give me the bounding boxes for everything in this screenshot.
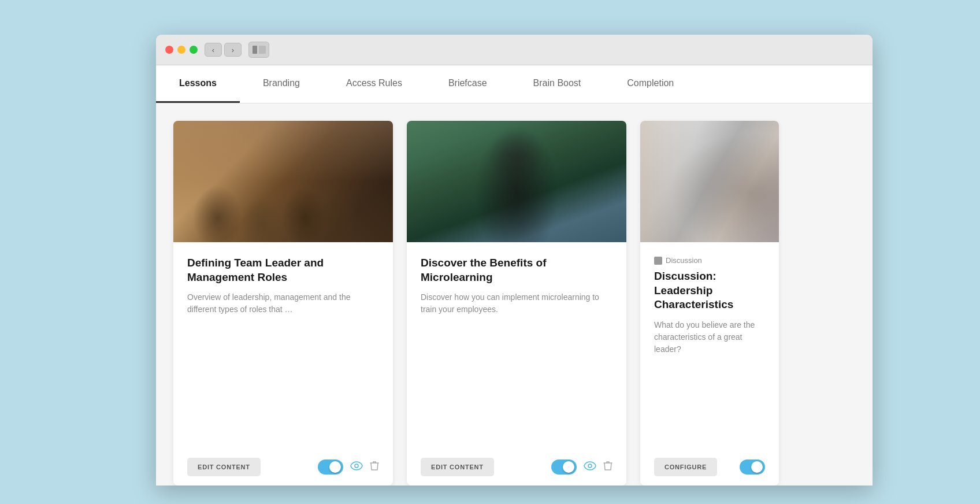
card-1-actions (318, 459, 379, 475)
tab-branding[interactable]: Branding (240, 65, 323, 103)
card-1-toggle[interactable] (318, 459, 343, 475)
card-2-description: Discover how you can implement microlear… (421, 291, 612, 437)
card-3-toggle-slider (740, 459, 765, 475)
card-1-body: Defining Team Leader and Management Role… (173, 242, 393, 449)
lesson-card-2: Discover the Benefits of Microlearning D… (407, 121, 626, 486)
card-1-footer: EDIT CONTENT (173, 449, 393, 486)
traffic-light-maximize[interactable] (190, 46, 198, 54)
lesson-card-3: Discussion Discussion: Leadership Charac… (640, 121, 779, 486)
card-2-delete-icon[interactable] (603, 461, 612, 473)
sidebar-toggle-button[interactable] (248, 42, 269, 58)
cards-area: Defining Team Leader and Management Role… (156, 103, 873, 486)
card-3-body: Discussion Discussion: Leadership Charac… (640, 242, 779, 449)
card-2-toggle-slider (551, 459, 577, 475)
card-2-image (407, 121, 626, 242)
card-3-actions (740, 459, 765, 475)
card-2-edit-button[interactable]: EDIT CONTENT (421, 458, 494, 476)
card-1-eye-icon[interactable] (350, 461, 363, 473)
traffic-lights (165, 46, 198, 54)
card-2-toggle[interactable] (551, 459, 577, 475)
tabs-bar: Lessons Branding Access Rules Briefcase … (156, 65, 873, 103)
sidebar-icon (253, 46, 266, 54)
card-2-title: Discover the Benefits of Microlearning (421, 256, 612, 284)
card-3-configure-button[interactable]: CONFIGURE (654, 458, 717, 476)
tab-lessons[interactable]: Lessons (156, 65, 240, 103)
forward-icon: › (232, 46, 234, 54)
card-1-toggle-slider (318, 459, 343, 475)
traffic-light-close[interactable] (165, 46, 173, 54)
card-1-title: Defining Team Leader and Management Role… (187, 256, 379, 284)
card-1-delete-icon[interactable] (370, 461, 379, 473)
card-1-edit-button[interactable]: EDIT CONTENT (187, 458, 261, 476)
card-2-actions (551, 459, 612, 475)
lesson-card-1: Defining Team Leader and Management Role… (173, 121, 393, 486)
nav-back-button[interactable]: ‹ (205, 43, 222, 57)
card-3-tag-label: Discussion (666, 256, 702, 265)
card-3-toggle[interactable] (740, 459, 765, 475)
tab-completion[interactable]: Completion (604, 65, 697, 103)
tab-briefcase[interactable]: Briefcase (425, 65, 510, 103)
tab-brain-boost[interactable]: Brain Boost (510, 65, 604, 103)
svg-point-1 (588, 464, 592, 468)
card-3-image (640, 121, 779, 242)
card-3-description: What do you believe are the characterist… (654, 319, 765, 437)
card-1-description: Overview of leadership, management and t… (187, 291, 379, 437)
discussion-icon (654, 257, 662, 265)
content-area: Lessons Branding Access Rules Briefcase … (156, 65, 873, 486)
svg-point-0 (355, 464, 358, 468)
card-3-tag: Discussion (654, 256, 765, 265)
card-2-eye-icon[interactable] (584, 461, 596, 473)
card-1-image (173, 121, 393, 242)
browser-chrome: ‹ › (156, 35, 873, 65)
tab-access-rules[interactable]: Access Rules (323, 65, 425, 103)
traffic-light-minimize[interactable] (177, 46, 185, 54)
nav-buttons: ‹ › (205, 43, 242, 57)
card-2-body: Discover the Benefits of Microlearning D… (407, 242, 626, 449)
browser-window: ‹ › Lessons Branding Access Rules Briefc… (156, 35, 873, 486)
card-2-footer: EDIT CONTENT (407, 449, 626, 486)
card-3-title: Discussion: Leadership Characteristics (654, 269, 765, 312)
card-3-footer: CONFIGURE (640, 449, 779, 486)
nav-forward-button[interactable]: › (224, 43, 242, 57)
back-icon: ‹ (212, 46, 214, 54)
